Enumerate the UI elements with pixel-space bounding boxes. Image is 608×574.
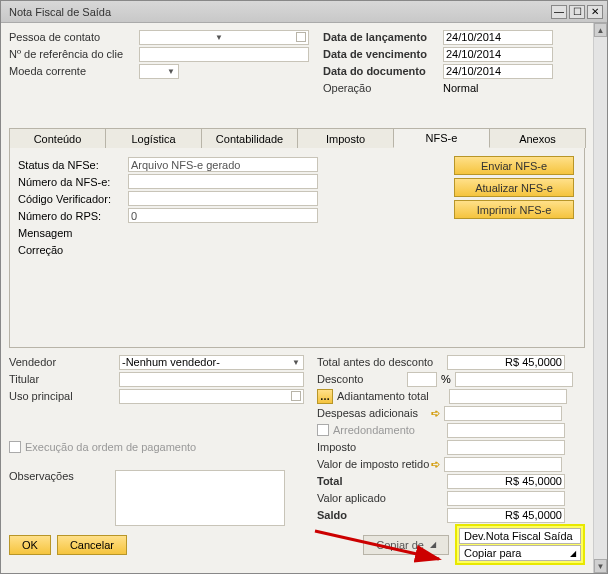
operacao-label: Operação: [323, 82, 443, 94]
valor-aplicado-field[interactable]: [447, 491, 565, 506]
adiant-button[interactable]: …: [317, 389, 333, 404]
close-button[interactable]: ✕: [587, 5, 603, 19]
uso-label: Uso principal: [9, 390, 119, 402]
atualizar-nfse-button[interactable]: Atualizar NFS-e: [454, 178, 574, 197]
copiar-para-button[interactable]: Copiar para◢: [459, 545, 581, 561]
observacoes-label: Observações: [9, 470, 109, 482]
desconto-val-field[interactable]: [455, 372, 573, 387]
adiant-label: Adiantamento total: [337, 390, 449, 402]
observacoes-field[interactable]: [115, 470, 285, 526]
numero-rps-label: Número do RPS:: [18, 210, 128, 222]
exec-ordem-label: Execução da ordem de pagamento: [25, 441, 196, 453]
correcao-label: Correção: [18, 244, 128, 256]
copiar-para-highlight: Dev.Nota Fiscal Saída Copiar para◢: [455, 524, 585, 565]
dropdown-icon[interactable]: ▼: [166, 67, 176, 76]
numero-nfse-label: Número da NFS-e:: [18, 176, 128, 188]
ok-button[interactable]: OK: [9, 535, 51, 555]
titlebar[interactable]: Nota Fiscal de Saída — ☐ ✕: [1, 1, 607, 23]
tab-strip: Conteúdo Logística Contabilidade Imposto…: [9, 127, 585, 148]
footer: OK Cancelar Copiar de◢ Dev.Nota Fiscal S…: [9, 524, 585, 565]
link-arrow-icon[interactable]: ➪: [431, 407, 440, 420]
valor-retido-field[interactable]: [444, 457, 562, 472]
scrollbar[interactable]: ▲ ▼: [593, 23, 607, 573]
moeda-field[interactable]: ▼: [139, 64, 179, 79]
cancelar-button[interactable]: Cancelar: [57, 535, 127, 555]
ref-field[interactable]: [139, 47, 309, 62]
codigo-verif-label: Código Verificador:: [18, 193, 128, 205]
data-doc-field[interactable]: 24/10/2014: [443, 64, 553, 79]
maximize-button[interactable]: ☐: [569, 5, 585, 19]
ref-label: Nº de referência do clie: [9, 48, 139, 60]
despesas-label: Despesas adicionais: [317, 407, 431, 419]
window-body: Pessoa de contato ▼ Nº de referência do …: [1, 23, 593, 573]
vendedor-field[interactable]: -Nenhum vendedor-▼: [119, 355, 304, 370]
tab-logistica[interactable]: Logística: [105, 128, 202, 148]
pessoa-label: Pessoa de contato: [9, 31, 139, 43]
scroll-up-icon[interactable]: ▲: [594, 23, 607, 37]
tab-conteudo[interactable]: Conteúdo: [9, 128, 106, 148]
link-arrow-icon[interactable]: ➪: [431, 458, 440, 471]
despesas-field[interactable]: [444, 406, 562, 421]
operacao-value: Normal: [443, 82, 553, 94]
data-venc-field[interactable]: 24/10/2014: [443, 47, 553, 62]
total-field[interactable]: R$ 45,0000: [447, 474, 565, 489]
dropdown-icon[interactable]: ▼: [214, 33, 224, 42]
numero-rps-field[interactable]: 0: [128, 208, 318, 223]
saldo-field[interactable]: R$ 45,0000: [447, 508, 565, 523]
picker-icon[interactable]: [291, 391, 301, 401]
adiant-field[interactable]: [449, 389, 567, 404]
tab-anexos[interactable]: Anexos: [489, 128, 586, 148]
tab-nfse[interactable]: NFS-e: [393, 128, 490, 148]
window-title: Nota Fiscal de Saída: [5, 6, 549, 18]
data-lanc-field[interactable]: 24/10/2014: [443, 30, 553, 45]
titular-label: Titular: [9, 373, 119, 385]
exec-ordem-checkbox[interactable]: [9, 441, 21, 453]
scroll-down-icon[interactable]: ▼: [594, 559, 607, 573]
codigo-verif-field[interactable]: [128, 191, 318, 206]
desconto-label: Desconto: [317, 373, 407, 385]
tab-contabilidade[interactable]: Contabilidade: [201, 128, 298, 148]
pct-label: %: [441, 373, 451, 385]
data-doc-label: Data do documento: [323, 65, 443, 77]
total-antes-field[interactable]: R$ 45,0000: [447, 355, 565, 370]
data-lanc-label: Data de lançamento: [323, 31, 443, 43]
imposto-field[interactable]: [447, 440, 565, 455]
saldo-label: Saldo: [317, 509, 447, 521]
picker-icon[interactable]: [296, 32, 306, 42]
titular-field[interactable]: [119, 372, 304, 387]
total-antes-label: Total antes do desconto: [317, 356, 447, 368]
tab-imposto[interactable]: Imposto: [297, 128, 394, 148]
arred-checkbox[interactable]: [317, 424, 329, 436]
pessoa-field[interactable]: ▼: [139, 30, 309, 45]
tab-panel-nfse: Status da NFSe:Arquivo NFS-e gerado Núme…: [9, 148, 585, 348]
arred-field[interactable]: [447, 423, 565, 438]
desconto-pct-field[interactable]: [407, 372, 437, 387]
mensagem-label: Mensagem: [18, 227, 128, 239]
nota-fiscal-window: Nota Fiscal de Saída — ☐ ✕ ▲ ▼ Pessoa de…: [0, 0, 608, 574]
imposto-label: Imposto: [317, 441, 447, 453]
dev-nota-fiscal-item[interactable]: Dev.Nota Fiscal Saída: [459, 528, 581, 544]
data-venc-label: Data de vencimento: [323, 48, 443, 60]
status-nfse-field[interactable]: Arquivo NFS-e gerado: [128, 157, 318, 172]
total-label: Total: [317, 475, 447, 487]
minimize-button[interactable]: —: [551, 5, 567, 19]
status-nfse-label: Status da NFSe:: [18, 159, 128, 171]
uso-field[interactable]: [119, 389, 304, 404]
valor-aplicado-label: Valor aplicado: [317, 492, 447, 504]
enviar-nfse-button[interactable]: Enviar NFS-e: [454, 156, 574, 175]
numero-nfse-field[interactable]: [128, 174, 318, 189]
arred-label: Arredondamento: [333, 424, 447, 436]
dropdown-icon[interactable]: ▼: [291, 358, 301, 367]
vendedor-label: Vendedor: [9, 356, 119, 368]
copiar-de-button[interactable]: Copiar de◢: [363, 535, 449, 555]
imprimir-nfse-button[interactable]: Imprimir NFS-e: [454, 200, 574, 219]
moeda-label: Moeda corrente: [9, 65, 139, 77]
valor-retido-label: Valor de imposto retido: [317, 458, 431, 470]
